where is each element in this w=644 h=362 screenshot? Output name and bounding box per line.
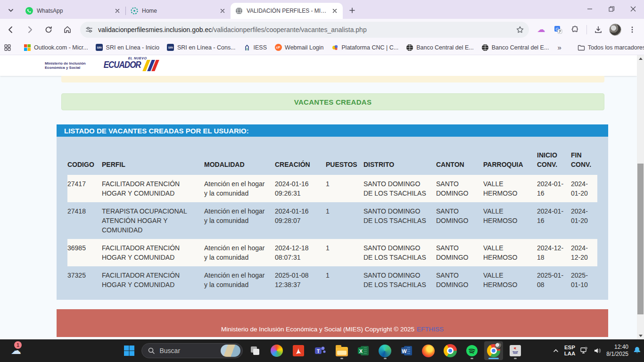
col-modalidad: MODALIDAD xyxy=(204,150,275,175)
cell-creacion: 2024-12-18 08:07:31 xyxy=(275,239,326,266)
url-text[interactable]: validacionperfilesmies.inclusion.gob.ec/… xyxy=(98,26,516,33)
bookmark-sri-inicio[interactable]: SRI SRI en Línea - Inicio xyxy=(92,42,163,53)
cell-fin: 2024-01-20 xyxy=(571,202,597,239)
address-bar[interactable]: validacionperfilesmies.inclusion.gob.ec/… xyxy=(80,22,529,38)
search-highlight-image[interactable] xyxy=(221,345,240,357)
table-row: 27418 TERAPISTA OCUPACIONAL ATENCIÓN HOG… xyxy=(67,202,597,239)
profile-avatar[interactable] xyxy=(608,22,623,37)
copilot-icon[interactable] xyxy=(267,341,286,360)
restore-button[interactable] xyxy=(601,0,622,18)
downloads-icon[interactable] xyxy=(591,22,606,37)
scroll-down-icon[interactable] xyxy=(637,332,644,339)
svg-text:W: W xyxy=(402,348,407,354)
tab-home[interactable]: Home xyxy=(126,3,231,19)
cell-fin: 2024-01-20 xyxy=(571,175,597,202)
scrollbar-thumb[interactable] xyxy=(637,164,644,314)
tab-close-icon[interactable] xyxy=(330,7,339,15)
notification-bell-icon[interactable]: 🔔︎ xyxy=(633,346,641,355)
cell-perfil: FACILITADOR ATENCIÓN HOGAR Y COMUNIDAD xyxy=(102,266,204,294)
folder-icon xyxy=(578,44,585,51)
tab-search-chevron-icon[interactable] xyxy=(4,4,18,17)
home-icon[interactable] xyxy=(59,22,75,38)
task-view-button[interactable] xyxy=(246,341,264,360)
apps-grid-icon[interactable] xyxy=(4,40,11,55)
reload-icon[interactable] xyxy=(41,22,57,38)
bookmark-star-icon[interactable] xyxy=(516,25,524,34)
efthiss-link[interactable]: EFTHISS xyxy=(417,326,444,333)
cell-creacion: 2025-01-08 12:38:37 xyxy=(275,266,326,294)
start-button[interactable] xyxy=(120,341,139,360)
sri-icon: SRI xyxy=(96,44,103,51)
bookmark-outlook[interactable]: Outlook.com - Micr... xyxy=(20,42,92,53)
tab-close-icon[interactable] xyxy=(113,7,122,15)
language-indicator[interactable]: ESP LAA xyxy=(564,345,576,357)
bookmark-label: SRI en Línea - Inicio xyxy=(106,44,159,51)
minimize-button[interactable] xyxy=(579,0,601,18)
bookmark-banco-central-1[interactable]: Banco Central del E... xyxy=(402,42,478,53)
bookmark-sri-consultas[interactable]: SRI SRI en Línea - Cons... xyxy=(163,42,239,53)
edge-icon[interactable] xyxy=(376,341,395,360)
search-placeholder: Buscar xyxy=(160,347,221,354)
tab-label: WhatsApp xyxy=(37,8,110,14)
file-explorer-icon[interactable] xyxy=(332,341,351,360)
weather-extension-icon[interactable]: ☁ xyxy=(534,22,549,37)
cell-inicio: 2024-01-16 xyxy=(537,202,571,239)
browser-toolbar: validacionperfilesmies.inclusion.gob.ec/… xyxy=(0,19,644,40)
profile-badge-avatar xyxy=(495,343,502,349)
bookmark-banco-central-2[interactable]: Banco Central del E... xyxy=(478,42,553,53)
taskbar-weather-widget[interactable]: ☁ 1 xyxy=(6,341,26,360)
clock-time: 12:40 xyxy=(606,344,628,351)
whatsapp-icon xyxy=(25,7,33,15)
site-settings-icon[interactable] xyxy=(85,25,93,34)
sri-icon: SRI xyxy=(167,44,174,51)
teams-icon[interactable]: T xyxy=(311,341,330,360)
volume-icon[interactable] xyxy=(593,346,602,355)
cell-distrito: SANTO DOMINGO DE LOS TSACHILAS xyxy=(363,202,436,239)
firefox-icon[interactable] xyxy=(419,341,438,360)
taskbar-clock[interactable]: 12:40 8/1/2025 xyxy=(606,344,628,358)
java-app-icon[interactable] xyxy=(506,341,525,360)
url-path: /validacionperfiles/cooperante/vacantes_… xyxy=(212,26,366,33)
excel-icon[interactable]: X xyxy=(354,341,373,360)
bookmark-webmail[interactable]: cP Webmail Login xyxy=(271,42,327,53)
network-icon[interactable] xyxy=(580,346,588,355)
bookmark-cnc[interactable]: Plataforma CNC | C... xyxy=(328,42,403,53)
bookmarks-overflow-chevron[interactable]: » xyxy=(553,43,566,51)
chrome-menu-icon[interactable] xyxy=(625,22,640,37)
back-icon[interactable] xyxy=(3,22,19,38)
vacancies-table: CODIGO PERFIL MODALIDAD CREACIÓN PUESTOS… xyxy=(67,150,597,294)
tab-label: VALIDACIÓN PERFILES - MIES xyxy=(247,8,328,14)
page-scrollbar[interactable] xyxy=(637,55,644,339)
pdf-app-icon[interactable] xyxy=(289,341,308,360)
word-icon[interactable]: W xyxy=(397,341,416,360)
col-perfil: PERFIL xyxy=(102,150,204,175)
home-site-icon xyxy=(131,7,138,15)
tab-close-icon[interactable] xyxy=(218,7,227,15)
col-creacion: CREACIÓN xyxy=(275,150,326,175)
cell-perfil: TERAPISTA OCUPACIONAL ATENCIÓN HOGAR Y C… xyxy=(102,202,204,239)
taskbar-search-box[interactable]: Buscar xyxy=(141,343,243,358)
all-bookmarks-folder[interactable]: Todos los marcadores xyxy=(574,42,644,53)
col-canton: CANTON xyxy=(436,150,483,175)
bookmark-iess[interactable]: IESS xyxy=(239,42,271,53)
chrome-active-profile-icon[interactable] xyxy=(484,341,503,360)
translate-icon[interactable]: G xyxy=(551,22,566,37)
close-window-button[interactable] xyxy=(622,0,644,18)
globe-icon xyxy=(235,7,243,15)
cell-parroquia: VALLE HERMOSO xyxy=(483,266,537,294)
tray-chevron-up-icon[interactable] xyxy=(552,347,560,354)
chrome-icon[interactable] xyxy=(441,341,460,360)
cnc-icon xyxy=(331,44,339,51)
tab-whatsapp[interactable]: WhatsApp xyxy=(21,3,125,19)
tab-validacion-perfiles-active[interactable]: VALIDACIÓN PERFILES - MIES xyxy=(231,3,343,19)
windows-taskbar: ☁ 1 Buscar T xyxy=(0,339,644,362)
scroll-up-icon[interactable] xyxy=(637,55,644,62)
taskbar-center: Buscar T X W xyxy=(120,341,525,360)
new-tab-button[interactable] xyxy=(346,4,359,17)
forward-icon[interactable] xyxy=(22,22,38,38)
cell-parroquia: VALLE HERMOSO xyxy=(483,175,537,202)
bookmark-label: Webmail Login xyxy=(285,44,323,51)
extensions-puzzle-icon[interactable] xyxy=(568,22,583,37)
table-row: 37325 FACILITADOR ATENCIÓN HOGAR Y COMUN… xyxy=(67,266,597,294)
spotify-icon[interactable] xyxy=(462,341,481,360)
